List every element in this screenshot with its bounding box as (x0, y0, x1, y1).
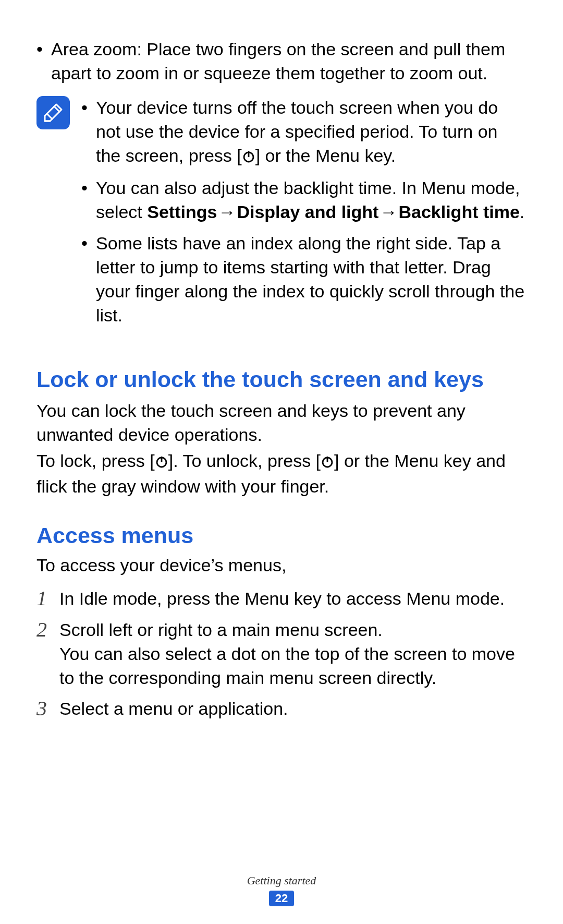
footer-section-name: Getting started (0, 874, 563, 887)
note-pencil-icon (36, 96, 70, 129)
text-bold: Settings (147, 202, 217, 222)
text-fragment: . (520, 202, 524, 222)
power-icon (155, 451, 168, 475)
note-item-3: Some lists have an index along the right… (81, 232, 527, 328)
step-text: Scroll left or right to a main menu scre… (59, 618, 527, 690)
bullet-dot-icon (36, 38, 51, 86)
access-intro: To access your device’s menus, (36, 554, 527, 578)
arrow-icon: → (378, 200, 398, 224)
note-item-1: Your device turns off the touch screen w… (81, 96, 527, 170)
power-icon (321, 451, 334, 475)
note-text-3: Some lists have an index along the right… (96, 232, 527, 328)
note-item-2: You can also adjust the backlight time. … (81, 176, 527, 224)
text-fragment: You can also select a dot on the top of … (59, 642, 527, 690)
page-number-badge: 22 (269, 891, 294, 906)
step-1: 1 In Idle mode, press the Menu key to ac… (36, 587, 527, 611)
arrow-icon: → (217, 200, 237, 224)
step-number: 2 (36, 618, 59, 690)
heading-access-menus: Access menus (36, 523, 527, 548)
bullet-dot-icon (81, 232, 96, 328)
note-block: Your device turns off the touch screen w… (36, 96, 527, 335)
lock-para-1: You can lock the touch screen and keys t… (36, 399, 527, 447)
text-bold: Display and light (237, 202, 378, 222)
note-list: Your device turns off the touch screen w… (81, 96, 527, 335)
step-number: 3 (36, 697, 59, 721)
text-fragment: ] or the Menu key. (255, 146, 396, 165)
text-fragment: Scroll left or right to a main menu scre… (59, 618, 527, 642)
step-text: In Idle mode, press the Menu key to acce… (59, 587, 505, 611)
text-fragment: To lock, press [ (36, 451, 155, 471)
bullet-dot-icon (81, 96, 96, 170)
bullet-text: Area zoom: Place two fingers on the scre… (51, 38, 527, 86)
page-footer: Getting started 22 (0, 874, 563, 906)
bullet-dot-icon (81, 176, 96, 224)
note-text-1: Your device turns off the touch screen w… (96, 96, 527, 170)
text-fragment: ]. To unlock, press [ (168, 451, 321, 471)
heading-lock-unlock: Lock or unlock the touch screen and keys (36, 366, 527, 393)
step-2: 2 Scroll left or right to a main menu sc… (36, 618, 527, 690)
lock-para-2: To lock, press []. To unlock, press [] o… (36, 449, 527, 499)
step-text: Select a menu or application. (59, 697, 288, 721)
manual-page: Area zoom: Place two fingers on the scre… (0, 0, 563, 924)
step-number: 1 (36, 587, 59, 611)
power-icon (242, 146, 255, 170)
bullet-area-zoom: Area zoom: Place two fingers on the scre… (36, 38, 527, 86)
text-bold: Backlight time (398, 202, 519, 222)
note-text-2: You can also adjust the backlight time. … (96, 176, 527, 224)
step-3: 3 Select a menu or application. (36, 697, 527, 721)
